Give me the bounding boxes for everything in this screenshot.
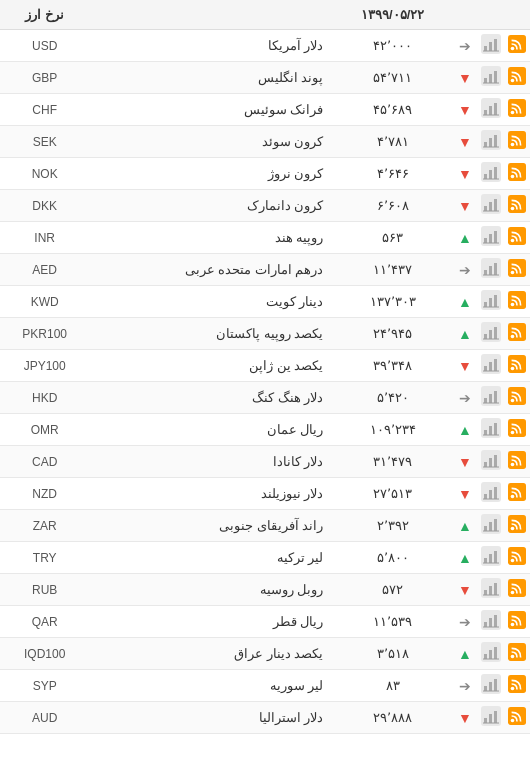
currency-name: ریال قطر <box>89 606 333 638</box>
svg-rect-11 <box>489 74 492 83</box>
rss-icon[interactable] <box>504 446 530 478</box>
svg-rect-95 <box>489 458 492 467</box>
chart-icon[interactable] <box>478 350 504 382</box>
header-trend-col <box>452 0 478 30</box>
svg-rect-21 <box>508 131 526 149</box>
chart-icon[interactable] <box>478 510 504 542</box>
svg-rect-56 <box>508 291 526 309</box>
rss-icon[interactable] <box>504 350 530 382</box>
chart-icon[interactable] <box>478 414 504 446</box>
rss-icon[interactable] <box>504 510 530 542</box>
svg-rect-67 <box>489 330 492 339</box>
currency-value: ۱۳۷٬۳۰۳ <box>333 286 452 318</box>
currency-code: RUB <box>0 574 89 606</box>
chart-icon[interactable] <box>478 702 504 734</box>
svg-rect-7 <box>508 67 526 85</box>
currency-code: OMR <box>0 414 89 446</box>
chart-icon[interactable] <box>478 190 504 222</box>
rss-icon[interactable] <box>504 286 530 318</box>
currency-name: روبل روسیه <box>89 574 333 606</box>
rss-icon[interactable] <box>504 190 530 222</box>
currency-name: دلار استرالیا <box>89 702 333 734</box>
svg-rect-73 <box>484 366 487 371</box>
chart-icon[interactable] <box>478 30 504 62</box>
svg-point-50 <box>511 271 515 275</box>
currency-value: ۱۰۹٬۲۳۴ <box>333 414 452 446</box>
currency-code: TRY <box>0 542 89 574</box>
trend-indicator: ➔ <box>452 254 478 286</box>
rss-icon[interactable] <box>504 30 530 62</box>
rss-icon[interactable] <box>504 574 530 606</box>
chart-icon[interactable] <box>478 286 504 318</box>
chart-icon[interactable] <box>478 446 504 478</box>
rss-icon[interactable] <box>504 222 530 254</box>
svg-rect-145 <box>494 679 497 691</box>
trend-indicator: ▲ <box>452 414 478 446</box>
rss-icon[interactable] <box>504 542 530 574</box>
svg-rect-80 <box>484 398 487 403</box>
rss-icon[interactable] <box>504 702 530 734</box>
chart-icon[interactable] <box>478 574 504 606</box>
rss-icon[interactable] <box>504 606 530 638</box>
table-row: ▲۲٬۳۹۲راند آفریقای جنوبیZAR <box>0 510 530 542</box>
svg-rect-119 <box>508 579 526 597</box>
table-row: ▲۱۰۹٬۲۳۴ریال عمانOMR <box>0 414 530 446</box>
svg-rect-109 <box>489 522 492 531</box>
svg-rect-105 <box>508 515 526 533</box>
svg-rect-133 <box>508 643 526 661</box>
rss-icon[interactable] <box>504 478 530 510</box>
rss-icon[interactable] <box>504 414 530 446</box>
svg-rect-112 <box>508 547 526 565</box>
currency-name: ریال عمان <box>89 414 333 446</box>
currency-code: CAD <box>0 446 89 478</box>
rss-icon[interactable] <box>504 638 530 670</box>
rss-icon[interactable] <box>504 94 530 126</box>
trend-indicator: ▼ <box>452 158 478 190</box>
rss-icon[interactable] <box>504 670 530 702</box>
rss-icon[interactable] <box>504 318 530 350</box>
currency-value: ۱۱٬۴۳۷ <box>333 254 452 286</box>
svg-rect-38 <box>484 206 487 211</box>
table-row: ▼۵۴٬۷۱۱پوند انگلیسGBP <box>0 62 530 94</box>
chart-icon[interactable] <box>478 254 504 286</box>
rss-icon[interactable] <box>504 158 530 190</box>
rss-icon[interactable] <box>504 126 530 158</box>
svg-rect-96 <box>494 455 497 467</box>
chart-icon[interactable] <box>478 382 504 414</box>
rss-icon[interactable] <box>504 62 530 94</box>
chart-icon[interactable] <box>478 670 504 702</box>
trend-indicator: ▼ <box>452 126 478 158</box>
chart-icon[interactable] <box>478 158 504 190</box>
chart-icon[interactable] <box>478 638 504 670</box>
rss-icon[interactable] <box>504 254 530 286</box>
svg-point-8 <box>511 79 515 83</box>
currency-name: راند آفریقای جنوبی <box>89 510 333 542</box>
table-row: ➔۴۲٬۰۰۰دلار آمریکاUSD <box>0 30 530 62</box>
trend-indicator: ▲ <box>452 286 478 318</box>
svg-rect-89 <box>494 423 497 435</box>
svg-rect-68 <box>494 327 497 339</box>
chart-icon[interactable] <box>478 478 504 510</box>
svg-rect-103 <box>494 487 497 499</box>
chart-icon[interactable] <box>478 94 504 126</box>
svg-rect-63 <box>508 323 526 341</box>
chart-icon[interactable] <box>478 126 504 158</box>
svg-rect-17 <box>484 110 487 115</box>
chart-icon[interactable] <box>478 318 504 350</box>
svg-rect-19 <box>494 103 497 115</box>
currency-code: ZAR <box>0 510 89 542</box>
rss-icon[interactable] <box>504 382 530 414</box>
currency-name: یکصد دینار عراق <box>89 638 333 670</box>
chart-icon[interactable] <box>478 606 504 638</box>
trend-indicator: ▼ <box>452 350 478 382</box>
currency-code: KWD <box>0 286 89 318</box>
chart-icon[interactable] <box>478 222 504 254</box>
currency-name: دلار آمریکا <box>89 30 333 62</box>
trend-indicator: ▼ <box>452 478 478 510</box>
currency-value: ۱۱٬۵۳۹ <box>333 606 452 638</box>
chart-icon[interactable] <box>478 62 504 94</box>
table-row: ▼۶٬۶۰۸کرون دانمارکDKK <box>0 190 530 222</box>
chart-icon[interactable] <box>478 542 504 574</box>
svg-rect-84 <box>508 419 526 437</box>
svg-rect-40 <box>494 199 497 211</box>
